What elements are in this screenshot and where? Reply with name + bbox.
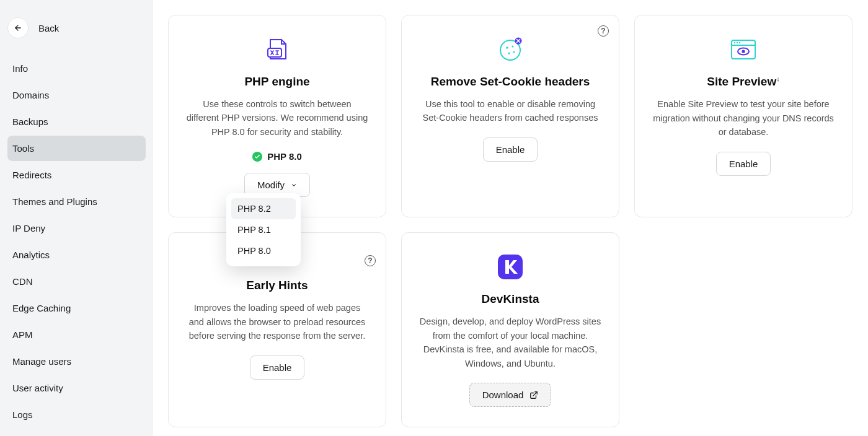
sidebar-item-user-activity[interactable]: User activity [7, 375, 146, 401]
sidebar-item-edge-caching[interactable]: Edge Caching [7, 295, 146, 321]
card-remove-cookie: ? Remove Set-Cookie headers Use this too… [401, 15, 619, 217]
sidebar-item-domains[interactable]: Domains [7, 82, 146, 108]
card-site-preview: Site Preview↓ Enable Site Preview to tes… [634, 15, 852, 217]
sidebar-item-analytics[interactable]: Analytics [7, 242, 146, 268]
browser-eye-icon [730, 35, 756, 64]
php-file-icon [267, 35, 288, 64]
sidebar-item-cdn[interactable]: CDN [7, 269, 146, 294]
devkinsta-logo-icon [497, 253, 524, 281]
chevron-down-icon [291, 182, 297, 188]
devkinsta-title: DevKinsta [482, 292, 539, 306]
sidebar-item-manage-users[interactable]: Manage users [7, 349, 146, 374]
back-label: Back [38, 23, 59, 33]
main-content: PHP engine Use these controls to switch … [153, 0, 868, 436]
sidebar-item-tools[interactable]: Tools [7, 136, 146, 161]
enable-label: Enable [729, 159, 758, 169]
svg-point-6 [513, 51, 515, 53]
php-status-text: PHP 8.0 [267, 151, 302, 162]
cookie-icon [498, 35, 523, 64]
dropdown-item-php82[interactable]: PHP 8.2 [231, 198, 296, 219]
sidebar-item-info[interactable]: Info [7, 56, 146, 81]
modify-button-label: Modify [257, 180, 285, 190]
help-icon[interactable]: ? [598, 25, 609, 37]
dropdown-item-php80[interactable]: PHP 8.0 [231, 240, 296, 261]
sidebar: Back Info Domains Backups Tools Redirect… [0, 0, 153, 436]
svg-point-5 [508, 52, 510, 54]
svg-point-12 [734, 42, 735, 43]
check-circle-icon [252, 152, 262, 162]
enable-label: Enable [263, 362, 292, 373]
card-php-engine: PHP engine Use these controls to switch … [168, 15, 386, 217]
php-engine-description: Use these controls to switch between dif… [186, 97, 368, 139]
sidebar-item-redirects[interactable]: Redirects [7, 162, 146, 188]
early-hints-title: Early Hints [246, 279, 308, 292]
php-status-row: PHP 8.0 [252, 151, 302, 162]
early-hints-description: Improves the loading speed of web pages … [186, 301, 368, 342]
site-preview-title: Site Preview↓ [707, 75, 779, 89]
download-label: Download [482, 390, 524, 400]
php-engine-title: PHP engine [244, 75, 309, 89]
help-icon[interactable]: ? [365, 255, 376, 266]
enable-remove-cookie-button[interactable]: Enable [483, 137, 538, 162]
site-preview-title-suffix: ↓ [776, 75, 780, 82]
enable-site-preview-button[interactable]: Enable [716, 152, 771, 176]
enable-label: Enable [496, 144, 525, 155]
sidebar-item-logs[interactable]: Logs [7, 402, 146, 427]
card-devkinsta: DevKinsta Design, develop, and deploy Wo… [401, 232, 619, 427]
back-button[interactable] [7, 17, 29, 38]
back-row: Back [7, 15, 146, 51]
devkinsta-description: Design, develop, and deploy WordPress si… [419, 315, 601, 370]
sidebar-item-backups[interactable]: Backups [7, 109, 146, 134]
external-link-icon [529, 391, 538, 399]
svg-point-16 [742, 50, 745, 53]
svg-line-18 [533, 392, 537, 396]
site-preview-title-text: Site Preview [707, 75, 776, 88]
svg-point-3 [506, 46, 508, 49]
svg-point-4 [512, 46, 514, 48]
download-devkinsta-button[interactable]: Download [469, 383, 552, 407]
site-preview-description: Enable Site Preview to test your site be… [652, 97, 835, 139]
svg-point-13 [737, 42, 738, 43]
remove-cookie-description: Use this tool to enable or disable remov… [419, 97, 601, 125]
arrow-left-icon [14, 24, 22, 32]
svg-rect-1 [268, 48, 281, 57]
remove-cookie-title: Remove Set-Cookie headers [431, 75, 590, 89]
enable-early-hints-button[interactable]: Enable [250, 355, 305, 380]
sidebar-item-apm[interactable]: APM [7, 322, 146, 347]
php-version-dropdown: PHP 8.2 PHP 8.1 PHP 8.0 [226, 193, 301, 266]
svg-point-14 [739, 42, 740, 43]
sidebar-item-themes-plugins[interactable]: Themes and Plugins [7, 189, 146, 214]
sidebar-item-ip-deny[interactable]: IP Deny [7, 216, 146, 241]
dropdown-item-php81[interactable]: PHP 8.1 [231, 219, 296, 240]
